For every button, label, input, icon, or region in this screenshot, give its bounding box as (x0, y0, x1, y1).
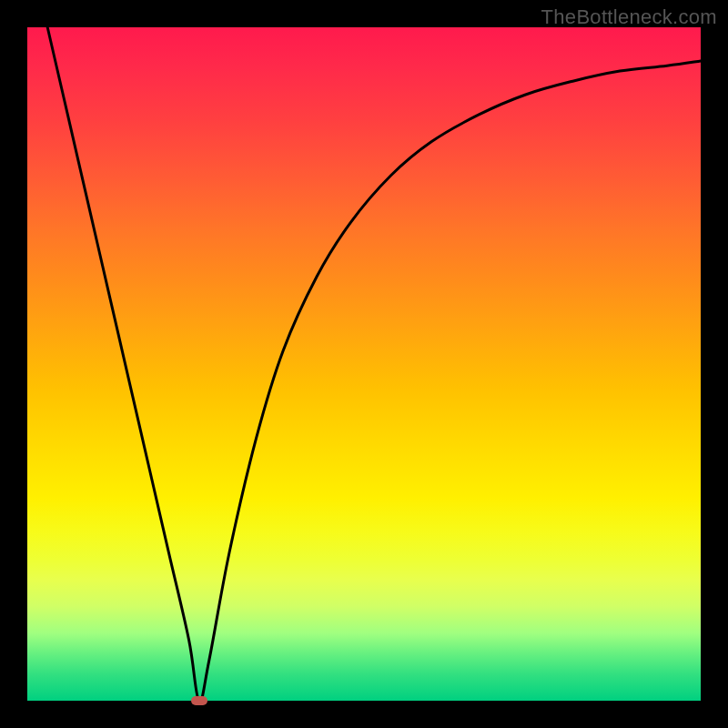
curve-svg (27, 27, 701, 701)
watermark-text: TheBottleneck.com (541, 5, 717, 29)
chart-frame: TheBottleneck.com (0, 0, 728, 728)
optimum-marker (191, 696, 207, 705)
bottleneck-curve (47, 27, 701, 702)
plot-area (27, 27, 701, 701)
